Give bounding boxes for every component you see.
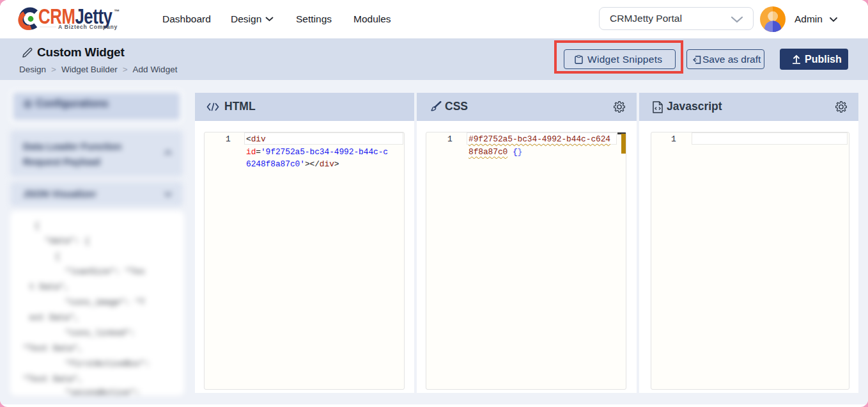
svg-text:™: ™ — [114, 8, 120, 15]
svg-text:A Biztech Company: A Biztech Company — [58, 24, 118, 30]
